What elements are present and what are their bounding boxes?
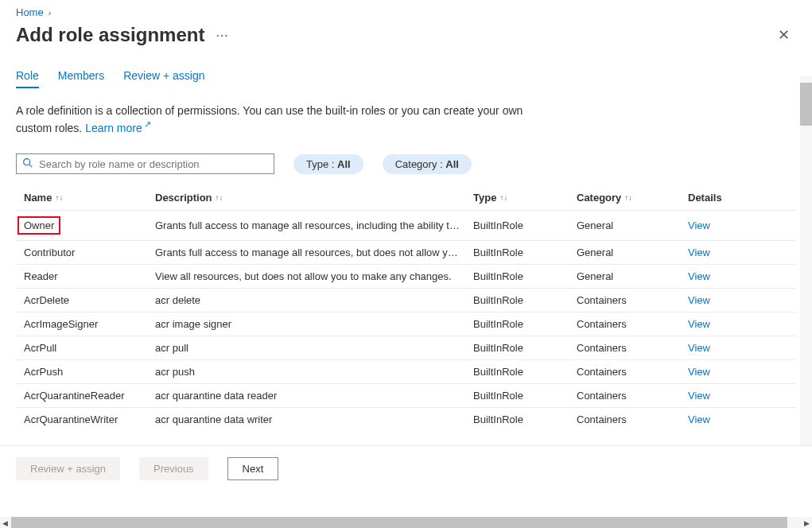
role-type: BuiltInRole [473, 270, 577, 282]
role-name: Owner [24, 216, 155, 235]
view-details-link[interactable]: View [688, 342, 710, 354]
role-description: acr delete [155, 294, 473, 306]
scrollbar-horizontal-thumb[interactable] [11, 517, 787, 528]
role-name: AcrImageSigner [24, 318, 155, 330]
table-row[interactable]: AcrQuarantineReaderacr quarantine data r… [16, 383, 796, 407]
table-row[interactable]: AcrPullacr pullBuiltInRoleContainersView [16, 336, 796, 359]
description-text: A role definition is a collection of per… [16, 103, 525, 136]
tab-members[interactable]: Members [58, 69, 104, 88]
scroll-left-arrow-icon[interactable]: ◀ [2, 519, 8, 527]
column-category[interactable]: Category ↑↓ [577, 192, 688, 204]
chevron-right-icon: › [49, 8, 52, 17]
breadcrumb: Home › [16, 6, 796, 18]
sort-icon: ↑↓ [216, 194, 223, 202]
svg-point-0 [24, 159, 30, 165]
role-name: AcrPull [24, 342, 155, 354]
close-icon: ✕ [778, 27, 790, 43]
sort-icon: ↑↓ [55, 194, 63, 202]
role-type: BuiltInRole [473, 342, 577, 354]
role-category: General [577, 247, 688, 258]
scrollbar-vertical[interactable] [800, 76, 812, 458]
scroll-right-arrow-icon[interactable]: ▶ [804, 519, 810, 527]
scrollbar-vertical-thumb[interactable] [800, 83, 812, 126]
role-description: Grants full access to manage all resourc… [155, 219, 473, 231]
view-details-link[interactable]: View [688, 270, 710, 282]
view-details-link[interactable]: View [688, 219, 710, 231]
svg-line-1 [29, 165, 32, 167]
sort-icon: ↑↓ [624, 194, 632, 202]
role-category: Containers [577, 318, 688, 330]
breadcrumb-home[interactable]: Home [16, 6, 44, 18]
footer-bar: Review + assign Previous Next [0, 445, 812, 480]
roles-table: Name ↑↓ Description ↑↓ Type ↑↓ Category … [16, 185, 796, 431]
column-details: Details [688, 192, 767, 204]
table-row[interactable]: OwnerGrants full access to manage all re… [16, 210, 796, 240]
learn-more-link[interactable]: Learn more↗ [85, 122, 151, 134]
close-button[interactable]: ✕ [771, 23, 796, 47]
search-input[interactable] [16, 153, 274, 174]
role-type: BuiltInRole [473, 219, 577, 231]
filter-type[interactable]: Type : All [293, 154, 363, 174]
next-button[interactable]: Next [227, 457, 279, 480]
column-type[interactable]: Type ↑↓ [473, 192, 577, 204]
tab-review-assign[interactable]: Review + assign [123, 69, 204, 88]
role-description: Grants full access to manage all resourc… [155, 247, 473, 258]
role-description: acr quarantine data writer [155, 413, 473, 425]
role-type: BuiltInRole [473, 247, 577, 258]
role-description: acr pull [155, 342, 473, 354]
role-description: acr image signer [155, 318, 473, 330]
more-options-icon[interactable]: ⋯ [216, 28, 230, 43]
previous-button: Previous [139, 457, 208, 480]
table-row[interactable]: ReaderView all resources, but does not a… [16, 264, 796, 288]
view-details-link[interactable]: View [688, 366, 710, 378]
role-name: Contributor [24, 247, 155, 258]
role-name: AcrPush [24, 366, 155, 378]
role-type: BuiltInRole [473, 413, 577, 425]
table-row[interactable]: AcrPushacr pushBuiltInRoleContainersView [16, 359, 796, 383]
view-details-link[interactable]: View [688, 413, 710, 425]
column-description[interactable]: Description ↑↓ [155, 192, 473, 204]
table-row[interactable]: AcrImageSigneracr image signerBuiltInRol… [16, 312, 796, 336]
review-assign-button: Review + assign [16, 457, 120, 480]
role-description: acr push [155, 366, 473, 378]
role-category: General [577, 270, 688, 282]
view-details-link[interactable]: View [688, 390, 710, 402]
role-description: acr quarantine data reader [155, 390, 473, 402]
role-category: Containers [577, 413, 688, 425]
role-name: AcrDelete [24, 294, 155, 306]
role-name: AcrQuarantineReader [24, 390, 155, 402]
table-row[interactable]: AcrDeleteacr deleteBuiltInRoleContainers… [16, 288, 796, 312]
role-name: AcrQuarantineWriter [24, 413, 155, 425]
view-details-link[interactable]: View [688, 318, 710, 330]
tab-role[interactable]: Role [16, 69, 39, 88]
role-type: BuiltInRole [473, 366, 577, 378]
role-type: BuiltInRole [473, 390, 577, 402]
search-icon [22, 157, 33, 170]
role-type: BuiltInRole [473, 294, 577, 306]
tab-bar: RoleMembersReview + assign [16, 69, 796, 88]
role-type: BuiltInRole [473, 318, 577, 330]
view-details-link[interactable]: View [688, 294, 710, 306]
role-description: View all resources, but does not allow y… [155, 270, 473, 282]
filter-category[interactable]: Category : All [383, 154, 472, 174]
external-link-icon: ↗ [144, 119, 151, 129]
sort-icon: ↑↓ [499, 194, 507, 202]
role-category: Containers [577, 390, 688, 402]
view-details-link[interactable]: View [688, 247, 710, 258]
role-category: Containers [577, 366, 688, 378]
role-category: Containers [577, 342, 688, 354]
table-header: Name ↑↓ Description ↑↓ Type ↑↓ Category … [16, 185, 796, 210]
role-category: General [577, 219, 688, 231]
search-input-wrap [16, 153, 274, 174]
table-row[interactable]: ContributorGrants full access to manage … [16, 240, 796, 264]
role-category: Containers [577, 294, 688, 306]
column-name[interactable]: Name ↑↓ [24, 192, 155, 204]
role-name: Reader [24, 270, 155, 282]
page-title: Add role assignment [16, 24, 204, 46]
table-row[interactable]: AcrQuarantineWriteracr quarantine data w… [16, 407, 796, 431]
